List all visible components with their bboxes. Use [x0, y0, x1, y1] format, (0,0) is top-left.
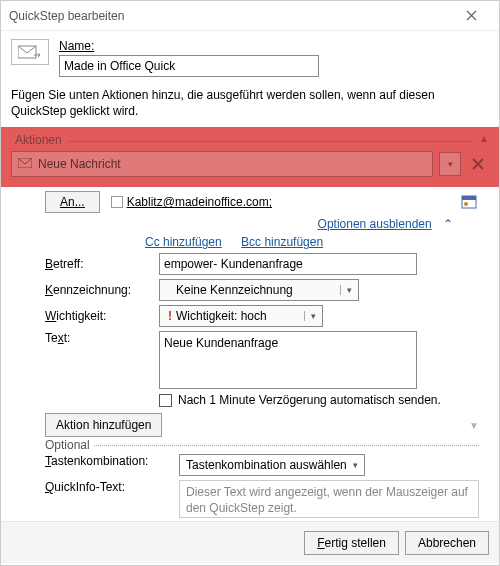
mail-icon: [18, 157, 32, 171]
tooltip-label: QuickInfo-Text:: [45, 480, 179, 494]
to-button[interactable]: An...: [45, 191, 100, 213]
importance-high-icon: !: [168, 309, 172, 323]
actions-group-label: Aktionen: [11, 131, 489, 151]
instructions-text: Fügen Sie unten Aktionen hinzu, die ausg…: [11, 87, 489, 119]
chevron-down-icon: ▾: [304, 311, 316, 321]
subject-label: Betreff:: [45, 257, 159, 271]
importance-label: Wichtigkeit:: [45, 309, 159, 323]
scroll-down-icon[interactable]: ▼: [469, 420, 479, 431]
recipient-field[interactable]: Kablitz@madeinoffice.com;: [110, 191, 449, 213]
tooltip-text-input[interactable]: Dieser Text wird angezeigt, wenn der Mau…: [179, 480, 479, 518]
remove-icon: [472, 158, 484, 170]
close-button[interactable]: [451, 2, 491, 30]
chevron-down-icon: ▾: [448, 159, 453, 169]
mail-forward-icon: [18, 45, 42, 59]
delay-checkbox[interactable]: [159, 394, 172, 407]
flag-select[interactable]: Keine Kennzeichnung ▾: [159, 279, 359, 301]
address-book-icon: [461, 195, 477, 209]
name-input[interactable]: [59, 55, 319, 77]
action-type-value: Neue Nachricht: [38, 157, 121, 171]
hotkey-value: Tastenkombination auswählen: [186, 458, 347, 472]
subject-input[interactable]: [159, 253, 417, 275]
importance-value: Wichtigkeit: hoch: [176, 309, 267, 323]
importance-select[interactable]: !Wichtigkeit: hoch ▾: [159, 305, 323, 327]
body-text-input[interactable]: Neue Kundenanfrage: [159, 331, 417, 389]
add-cc-link[interactable]: Cc hinzufügen: [145, 235, 222, 249]
add-bcc-link[interactable]: Bcc hinzufügen: [241, 235, 323, 249]
close-icon: [466, 10, 477, 21]
titlebar: QuickStep bearbeiten: [1, 1, 499, 31]
actions-group: ▲ Aktionen Neue Nachricht ▾: [1, 127, 499, 187]
delay-label: Nach 1 Minute Verzögerung automatisch se…: [178, 393, 441, 407]
dialog-footer: Fertig stellen Abbrechen: [1, 521, 499, 563]
hotkey-select[interactable]: Tastenkombination auswählen ▾: [179, 454, 365, 476]
recipient-checkbox-icon: [111, 196, 123, 208]
scroll-up-icon[interactable]: ▲: [479, 133, 489, 144]
quickstep-icon-preview[interactable]: [11, 39, 49, 65]
remove-action-button[interactable]: [467, 152, 489, 176]
chevron-down-icon: ▾: [340, 285, 352, 295]
address-book-button[interactable]: [459, 192, 479, 212]
window-title: QuickStep bearbeiten: [9, 9, 451, 23]
recipient-email: Kablitz@madeinoffice.com;: [127, 195, 272, 209]
optional-group-label: Optional: [45, 438, 94, 452]
optional-group: Optional Tastenkombination: Tastenkombin…: [45, 445, 479, 518]
flag-label: Kennzeichnung:: [45, 283, 159, 297]
action-type-dropdown-button[interactable]: ▾: [439, 152, 461, 176]
options-toggle-link[interactable]: Optionen ausblenden: [318, 217, 432, 231]
finish-button[interactable]: Fertig stellen: [304, 531, 399, 555]
action-type-select[interactable]: Neue Nachricht: [11, 151, 433, 177]
name-label: Name:: [59, 39, 94, 53]
body-text-label: Text:: [45, 331, 159, 345]
chevron-up-icon: ⌃: [443, 217, 453, 231]
flag-value: Keine Kennzeichnung: [168, 283, 293, 297]
svg-rect-4: [462, 196, 476, 200]
hotkey-label: Tastenkombination:: [45, 454, 179, 468]
add-action-button[interactable]: Aktion hinzufügen: [45, 413, 162, 437]
svg-point-5: [464, 202, 468, 206]
chevron-down-icon: ▾: [353, 460, 358, 470]
cancel-button[interactable]: Abbrechen: [405, 531, 489, 555]
svg-rect-2: [111, 197, 122, 208]
